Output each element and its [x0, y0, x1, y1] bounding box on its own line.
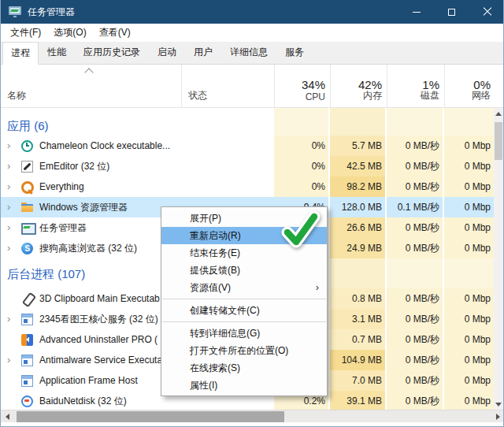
process-name-cell: 3D Clipboard Main Executab — [1, 288, 181, 309]
tab-1[interactable]: 进程 — [2, 42, 39, 65]
expand-chevron-icon[interactable]: › — [7, 136, 21, 156]
column-header-disk[interactable]: 1% 磁盘 — [387, 65, 444, 107]
expand-chevron-icon[interactable]: › — [7, 176, 21, 197]
tab-strip: 进程性能应用历史记录启动用户详细信息服务 — [1, 42, 504, 65]
vertical-scrollbar[interactable] — [494, 108, 503, 410]
close-icon — [483, 7, 492, 17]
disk-cell: 0 MB/秒 — [387, 156, 444, 176]
expand-chevron-icon[interactable]: › — [7, 156, 21, 176]
menubar-item-3[interactable]: 查看(V) — [93, 24, 137, 42]
disk-cell: 0 MB/秒 — [387, 391, 444, 410]
column-header-memory[interactable]: 42% 内存 — [330, 65, 387, 107]
scroll-right-icon[interactable] — [491, 410, 504, 423]
disk-cell: 0 MB/秒 — [387, 329, 444, 350]
menu-item-label: 提供反馈(B) — [190, 265, 240, 276]
memory-cell: 104.9 MB — [330, 350, 387, 370]
maximize-button[interactable] — [434, 0, 469, 24]
memory-cell: 26.6 MB — [330, 217, 387, 238]
network-cell: 0 Mbp — [444, 329, 495, 350]
section-header: 应用 (6) — [1, 117, 504, 136]
close-button[interactable] — [469, 0, 504, 24]
scroll-up-icon[interactable] — [494, 108, 503, 119]
memory-cell: 0.8 MB — [330, 288, 387, 309]
process-name-cell: ›搜狗高速浏览器 (32 位) — [1, 238, 181, 258]
process-name-cell: ›EmEditor (32 位) — [1, 156, 181, 176]
disk-cell: 0 MB/秒 — [387, 136, 444, 156]
process-row[interactable]: ›Chameleon Clock executable...0%5.7 MB0 … — [1, 136, 504, 156]
tab-2[interactable]: 性能 — [39, 41, 75, 64]
process-name-cell: Advanced Uninstaller PRO ( — [1, 329, 181, 350]
sort-ascending-icon — [84, 68, 93, 76]
context-menu-item-5[interactable]: 资源值(V)› — [161, 279, 327, 296]
tab-5[interactable]: 用户 — [185, 41, 221, 64]
column-header-name[interactable]: 名称 — [1, 65, 181, 107]
baidu-netdisk-icon — [21, 395, 33, 407]
scroll-left-icon[interactable] — [1, 410, 14, 423]
memory-cell: 0.7 MB — [330, 329, 387, 350]
context-menu-item-7[interactable]: 创建转储文件(C) — [161, 302, 327, 319]
vertical-scrollbar-thumb[interactable] — [495, 122, 502, 160]
scroll-down-icon[interactable] — [494, 399, 503, 410]
network-cell: 0 Mbp — [444, 350, 495, 370]
column-header-network[interactable]: 0% 网络 — [444, 65, 495, 107]
process-name: Antimalware Service Executab — [39, 350, 168, 370]
expand-chevron-icon[interactable]: › — [7, 350, 21, 370]
process-name-cell: ›Windows 资源管理器 — [1, 197, 181, 217]
menu-separator — [162, 321, 326, 322]
network-cell: 0 Mbp — [444, 288, 495, 309]
memory-cell: 5.7 MB — [330, 136, 387, 156]
expand-chevron-icon[interactable]: › — [7, 217, 21, 238]
network-cell: 0 Mbp — [444, 309, 495, 329]
memory-cell: 24.9 MB — [330, 238, 387, 258]
emeditor-icon — [21, 161, 33, 173]
column-header-status[interactable]: 状态 — [181, 65, 274, 107]
tab-6[interactable]: 详细信息 — [221, 41, 276, 64]
menu-item-label: 结束任务(E) — [190, 247, 240, 258]
menubar: 文件(F)选项(O)查看(V) — [1, 24, 504, 42]
app-window-icon — [21, 355, 33, 366]
process-row[interactable]: ›EmEditor (32 位)0%42.5 MB0 MB/秒0 Mbp — [1, 156, 504, 176]
context-menu-item-10[interactable]: 打开文件所在的位置(O) — [161, 342, 327, 359]
cpu-cell: 0% — [274, 136, 330, 156]
task-manager-icon — [21, 222, 33, 234]
process-name: Advanced Uninstaller PRO ( — [39, 329, 158, 350]
menubar-item-2[interactable]: 选项(O) — [47, 24, 92, 42]
network-cell: 0 Mbp — [444, 370, 495, 391]
table-header: 名称 状态 34% CPU 42% 内存 1% 磁盘 0% 网络 — [1, 65, 504, 108]
context-menu-item-11[interactable]: 在线搜索(S) — [161, 359, 327, 377]
process-row[interactable]: ›Everything0%98.2 MB0 MB/秒0 Mbp — [1, 176, 504, 197]
network-cell: 0 Mbp — [444, 176, 495, 197]
minimize-button[interactable] — [398, 0, 434, 24]
process-name: 搜狗高速浏览器 (32 位) — [39, 238, 137, 258]
expand-chevron-icon[interactable]: › — [7, 238, 21, 258]
horizontal-scrollbar[interactable] — [1, 410, 504, 422]
expand-chevron-icon[interactable]: › — [7, 197, 21, 217]
process-name-cell: ›任务管理器 — [1, 217, 181, 238]
titlebar: 任务管理器 — [1, 0, 504, 24]
disk-cell: 0 MB/秒 — [387, 217, 444, 238]
tab-7[interactable]: 服务 — [276, 41, 313, 64]
green-checkmark-annotation — [280, 210, 321, 249]
disk-cell: 0 MB/秒 — [387, 309, 444, 329]
process-name: 3D Clipboard Main Executab — [39, 288, 160, 309]
status-cell — [181, 136, 274, 156]
network-cell: 0 Mbp — [444, 217, 495, 238]
search-icon — [21, 181, 33, 193]
window-title: 任务管理器 — [28, 6, 75, 19]
column-header-cpu[interactable]: 34% CPU — [274, 65, 330, 107]
menubar-item-1[interactable]: 文件(F) — [4, 24, 47, 42]
process-name: Windows 资源管理器 — [39, 197, 128, 217]
disk-cell: 0 MB/秒 — [387, 238, 444, 258]
advanced-uninstaller-icon — [21, 334, 33, 346]
horizontal-scrollbar-thumb[interactable] — [17, 411, 284, 422]
context-menu-item-4[interactable]: 提供反馈(B) — [161, 262, 327, 279]
expand-chevron-icon[interactable]: › — [7, 309, 21, 329]
process-name-cell: ›Everything — [1, 176, 181, 197]
context-menu-item-9[interactable]: 转到详细信息(G) — [161, 325, 327, 342]
process-name-cell: Application Frame Host — [1, 370, 181, 391]
tab-4[interactable]: 启动 — [149, 41, 185, 64]
task-manager-window: 任务管理器 文件(F)选项(O)查看(V) 进程性能应用历史记录启动用户详细信息… — [0, 0, 504, 427]
tab-3[interactable]: 应用历史记录 — [75, 41, 149, 64]
network-cell: 0 Mbp — [444, 391, 495, 410]
context-menu-item-12[interactable]: 属性(I) — [161, 377, 327, 394]
